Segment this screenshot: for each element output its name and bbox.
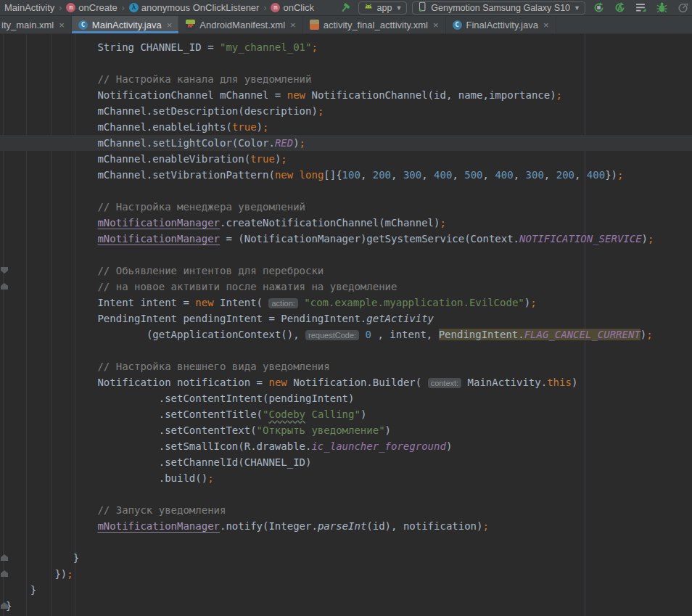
indent [6, 137, 97, 149]
code-segment: ; [263, 121, 268, 133]
indent [6, 584, 30, 596]
code-segment: parseInt [318, 520, 366, 532]
device-selector[interactable]: Genymotion Samsung Galaxy S10 ▼ [412, 1, 585, 15]
code-line[interactable]: } [0, 582, 692, 598]
indent [6, 424, 159, 436]
close-icon[interactable]: × [433, 20, 439, 30]
indent [6, 265, 97, 276]
breadcrumb-item[interactable]: monCreate [66, 2, 117, 13]
code-line[interactable]: .setSmallIcon(R.drawable.ic_launcher_for… [0, 438, 692, 454]
code-line[interactable]: .setContentText("Открыть уведомление") [0, 422, 692, 438]
breadcrumb-item[interactable]: MainActivity [4, 2, 54, 13]
code-segment: , [574, 169, 587, 181]
code-line[interactable]: mChannel.setDescription(description); [0, 103, 692, 119]
code-segment: 400 [434, 169, 452, 181]
code-segment: 100 [342, 169, 361, 181]
code-line[interactable]: } [0, 598, 692, 614]
apply-code-changes-icon[interactable]: A [611, 1, 627, 15]
indent [6, 329, 147, 340]
code-segment: .setContentText( [159, 424, 257, 436]
code-segment: mChannel.setDescription(description) [97, 105, 317, 117]
profiler-icon[interactable] [675, 1, 691, 15]
code-segment: ) [524, 297, 530, 308]
tab-ity_main-xml[interactable]: ity_main.xml× [0, 16, 72, 33]
breadcrumb-label: anonymous OnClickListener [141, 2, 260, 13]
code-segment: ; [300, 137, 305, 149]
code-line[interactable]: mNotificationManager = (NotificationMana… [0, 231, 692, 247]
code-segment: RED [275, 137, 293, 149]
close-icon[interactable]: × [59, 20, 65, 30]
code-segment: new [268, 377, 287, 388]
code-line[interactable]: .setChannelId(CHANNEL_ID) [0, 454, 692, 470]
breadcrumb-item[interactable]: λanonymous OnClickListener [129, 2, 260, 13]
indent [6, 313, 97, 324]
debug-icon[interactable] [654, 1, 670, 15]
tab-finalacttivity-java[interactable]: CFinalActtivity.java× [446, 16, 556, 33]
code-line[interactable]: // Настройка менеджера уведомлений [0, 199, 692, 215]
build-hammer-icon[interactable] [337, 1, 353, 15]
code-segment: 300 [403, 169, 421, 181]
code-editor[interactable]: String CHANNEL_ID = "my_channel_01"; // … [0, 34, 692, 616]
run-config-selector[interactable]: app ▼ [358, 1, 408, 15]
code-segment: 200 [556, 169, 574, 181]
code-line[interactable]: Intent intent = new Intent( action: "com… [0, 295, 692, 311]
code-segment: Calling" [305, 408, 361, 420]
run-tasks-icon[interactable] [633, 1, 648, 15]
code-segment: mChannel.enableLights( [97, 121, 231, 133]
code-line[interactable]: mChannel.setVibrationPattern(new long[]{… [0, 167, 692, 183]
parameter-hint: action: [268, 298, 297, 308]
close-icon[interactable]: × [167, 20, 173, 30]
code-segment: mNotificationManager [97, 217, 220, 229]
close-icon[interactable]: × [290, 20, 296, 30]
rerun-activity-icon[interactable] [590, 1, 606, 15]
code-line[interactable]: mChannel.enableLights(true); [0, 119, 692, 135]
code-line[interactable]: mChannel.enableVibration(true); [0, 151, 692, 167]
code-line[interactable] [0, 486, 692, 502]
indent [6, 361, 97, 372]
code-segment: , [544, 169, 556, 181]
code-segment: ; [318, 105, 324, 117]
code-line[interactable]: String CHANNEL_ID = "my_channel_01"; [0, 39, 692, 55]
code-segment: ; [530, 297, 536, 308]
code-line[interactable]: NotificationChannel mChannel = new Notif… [0, 87, 692, 103]
code-line[interactable]: .setContentTitle("Codeby Calling") [0, 406, 692, 422]
code-line[interactable]: } [0, 550, 692, 566]
code-line[interactable] [0, 183, 692, 199]
indent [6, 169, 97, 181]
code-line[interactable]: // Настройка внешнего вида уведомления [0, 358, 692, 374]
code-line[interactable]: mNotificationManager.createNotificationC… [0, 215, 692, 231]
code-line[interactable]: // Запуск уведомления [0, 502, 692, 518]
code-segment: PendingIntent. [439, 329, 524, 340]
code-segment: Intent intent = [97, 297, 195, 308]
code-line[interactable]: .setContentIntent(pendingIntent) [0, 390, 692, 406]
code-segment: Notification.Builder( [287, 377, 428, 388]
code-segment: .setChannelId(CHANNEL_ID) [159, 456, 312, 468]
code-line[interactable] [0, 247, 692, 263]
breadcrumb-item[interactable]: monClick [271, 2, 314, 13]
code-line[interactable] [0, 534, 692, 550]
code-line[interactable] [0, 55, 692, 71]
tab-androidmanifest-xml[interactable]: MFAndroidManifest.xml× [179, 16, 302, 33]
code-segment: ; [482, 520, 488, 532]
code-line[interactable]: // Обьявление интентов для переброски [0, 263, 692, 279]
code-segment: mNotificationManager [97, 233, 220, 245]
code-line[interactable]: PendingIntent pendingIntent = PendingInt… [0, 311, 692, 327]
code-line[interactable] [0, 342, 692, 358]
code-line[interactable]: .build(); [0, 470, 692, 486]
code-line[interactable]: (getApplicationContext(), requestCode: 0… [0, 327, 692, 342]
indent [6, 297, 97, 308]
parameter-hint: requestCode: [305, 330, 359, 340]
code-area[interactable]: String CHANNEL_ID = "my_channel_01"; // … [0, 34, 692, 614]
code-line-current[interactable]: mChannel.setLightColor(Color.RED); [0, 135, 692, 151]
code-segment: 200 [373, 169, 391, 181]
close-icon[interactable]: × [543, 20, 549, 30]
code-segment: []{ [324, 169, 342, 181]
tab-mainactivity-java[interactable]: CMainActivity.java× [72, 16, 179, 33]
indent [6, 281, 97, 292]
code-line[interactable]: // Настройка канала для уведомлений [0, 71, 692, 87]
tab-activity_final_acttivity-xml[interactable]: activity_final_acttivity.xml× [303, 16, 446, 33]
code-line[interactable]: Notification notification = new Notifica… [0, 374, 692, 390]
code-line[interactable]: }); [0, 566, 692, 582]
code-line[interactable]: mNotificationManager.notify(Integer.pars… [0, 518, 692, 534]
code-line[interactable]: // на новое активити после нажатия на ув… [0, 279, 692, 295]
